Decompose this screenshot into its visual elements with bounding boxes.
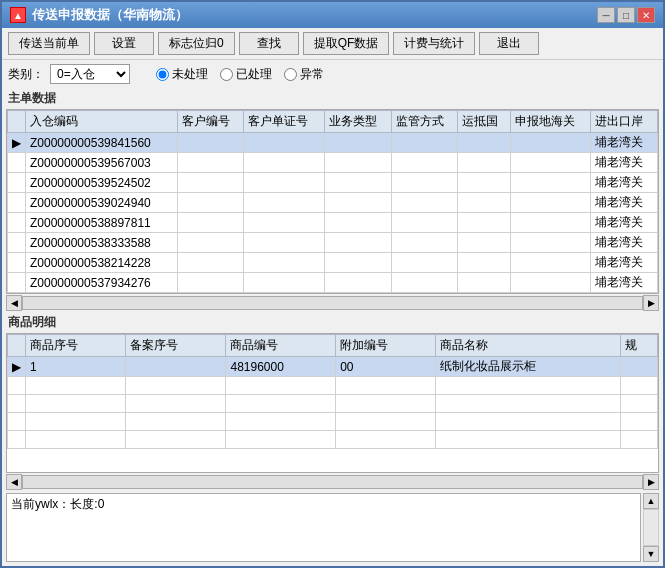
cell-id: Z00000000538897811 (26, 213, 178, 233)
cell-id: Z00000000539024940 (26, 193, 178, 213)
empty-cell (336, 377, 436, 395)
cell-destination (458, 213, 511, 233)
table-row[interactable]: Z00000000539024940埔老湾关 (8, 193, 658, 213)
goods-cell-goods_no: 48196000 (226, 357, 336, 377)
close-button[interactable]: ✕ (637, 7, 655, 23)
cell-port: 埔老湾关 (591, 193, 658, 213)
cell-customer_no (177, 253, 244, 273)
empty-cell (26, 377, 126, 395)
empty-cell (336, 431, 436, 449)
empty-cell (621, 377, 658, 395)
empty-cell (336, 395, 436, 413)
cell-biz_type (324, 213, 391, 233)
cell-destination (458, 153, 511, 173)
main-h-scrollbar[interactable] (22, 296, 643, 310)
row-indicator (8, 193, 26, 213)
empty-cell (8, 431, 26, 449)
row-indicator (8, 173, 26, 193)
cell-supervision (391, 273, 458, 293)
cell-biz_type (324, 193, 391, 213)
table-row[interactable]: Z00000000538214228埔老湾关 (8, 253, 658, 273)
cell-id: Z00000000538333588 (26, 233, 178, 253)
minimize-button[interactable]: ─ (597, 7, 615, 23)
cell-customs (510, 133, 591, 153)
status-v-scroll-track[interactable] (643, 509, 659, 546)
empty-cell (8, 377, 26, 395)
row-indicator (8, 213, 26, 233)
cell-id: Z00000000539524502 (26, 173, 178, 193)
find-button[interactable]: 查找 (239, 32, 299, 55)
empty-cell (8, 413, 26, 431)
unprocessed-radio[interactable]: 未处理 (156, 66, 208, 83)
goods-table-wrapper[interactable]: 商品序号 备案序号 商品编号 附加编号 商品名称 规 ▶14819600000纸… (7, 334, 658, 472)
cell-id: Z00000000538214228 (26, 253, 178, 273)
cell-customs (510, 193, 591, 213)
goods-table-body: ▶14819600000纸制化妆品展示柜 (8, 357, 658, 449)
table-row[interactable]: ▶Z00000000539841560埔老湾关 (8, 133, 658, 153)
exit-button[interactable]: 退出 (479, 32, 539, 55)
empty-cell (436, 413, 621, 431)
calc-stats-button[interactable]: 计费与统计 (393, 32, 475, 55)
table-row[interactable]: Z00000000538897811埔老湾关 (8, 213, 658, 233)
main-scrollbar-row: ◀ ▶ (2, 294, 663, 312)
status-scroll-up[interactable]: ▲ (643, 493, 659, 509)
table-row[interactable]: Z00000000539524502埔老湾关 (8, 173, 658, 193)
toolbar: 传送当前单 设置 标志位归0 查找 提取QF数据 计费与统计 退出 (2, 28, 663, 60)
goods-h-scrollbar[interactable] (22, 475, 643, 489)
empty-cell (126, 413, 226, 431)
empty-cell (436, 431, 621, 449)
col-customs: 申报地海关 (510, 111, 591, 133)
empty-cell (26, 395, 126, 413)
cell-port: 埔老湾关 (591, 213, 658, 233)
cell-customs (510, 253, 591, 273)
empty-cell (436, 395, 621, 413)
main-window: ▲ 传送申报数据（华南物流） ─ □ ✕ 传送当前单 设置 标志位归0 查找 提… (0, 0, 665, 568)
cell-port: 埔老湾关 (591, 173, 658, 193)
cell-biz_type (324, 133, 391, 153)
main-scroll-left[interactable]: ◀ (6, 295, 22, 311)
col-indicator (8, 111, 26, 133)
goods-cell-seq: 1 (26, 357, 126, 377)
cell-port: 埔老湾关 (591, 273, 658, 293)
cell-customs (510, 213, 591, 233)
table-row[interactable]: ▶14819600000纸制化妆品展示柜 (8, 357, 658, 377)
abnormal-radio[interactable]: 异常 (284, 66, 324, 83)
maximize-button[interactable]: □ (617, 7, 635, 23)
title-controls: ─ □ ✕ (597, 7, 655, 23)
mark-return-button[interactable]: 标志位归0 (158, 32, 235, 55)
status-scroll-down[interactable]: ▼ (643, 546, 659, 562)
goods-col-spec: 规 (621, 335, 658, 357)
cell-destination (458, 133, 511, 153)
cell-customer_no (177, 133, 244, 153)
table-row[interactable]: Z00000000538333588埔老湾关 (8, 233, 658, 253)
goods-table-header: 商品序号 备案序号 商品编号 附加编号 商品名称 规 (8, 335, 658, 357)
category-select[interactable]: 0=入仓 (50, 64, 130, 84)
col-port: 进出口岸 (591, 111, 658, 133)
cell-port: 埔老湾关 (591, 153, 658, 173)
cell-customer_cert (244, 213, 325, 233)
send-current-button[interactable]: 传送当前单 (8, 32, 90, 55)
extract-qf-button[interactable]: 提取QF数据 (303, 32, 390, 55)
cell-customer_cert (244, 193, 325, 213)
table-row-empty (8, 395, 658, 413)
col-customer-cert: 客户单证号 (244, 111, 325, 133)
row-indicator (8, 233, 26, 253)
main-table-container: 入仓编码 客户编号 客户单证号 业务类型 监管方式 运抵国 申报地海关 进出口岸… (6, 109, 659, 294)
table-row[interactable]: Z00000000539567003埔老湾关 (8, 153, 658, 173)
cell-destination (458, 253, 511, 273)
row-indicator: ▶ (8, 133, 26, 153)
cell-customer_cert (244, 273, 325, 293)
cell-supervision (391, 193, 458, 213)
table-row[interactable]: Z00000000537934276埔老湾关 (8, 273, 658, 293)
processed-radio[interactable]: 已处理 (220, 66, 272, 83)
goods-scroll-right[interactable]: ▶ (643, 474, 659, 490)
goods-scroll-left[interactable]: ◀ (6, 474, 22, 490)
goods-cell-extra_no: 00 (336, 357, 436, 377)
row-indicator (8, 273, 26, 293)
main-table-wrapper[interactable]: 入仓编码 客户编号 客户单证号 业务类型 监管方式 运抵国 申报地海关 进出口岸… (7, 110, 658, 293)
settings-button[interactable]: 设置 (94, 32, 154, 55)
main-scroll-right[interactable]: ▶ (643, 295, 659, 311)
goods-row-indicator: ▶ (8, 357, 26, 377)
cell-biz_type (324, 173, 391, 193)
cell-customer_no (177, 153, 244, 173)
